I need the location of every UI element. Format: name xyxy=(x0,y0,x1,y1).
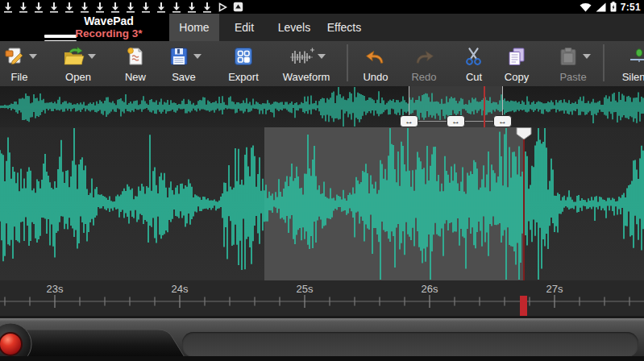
main-waveform[interactable] xyxy=(0,127,644,280)
tab-effects[interactable]: Effects xyxy=(319,14,369,41)
ruler-playhead[interactable] xyxy=(520,296,527,318)
dropdown-arrow-icon[interactable] xyxy=(318,54,326,59)
copy-button[interactable]: Copy xyxy=(488,44,546,85)
toolbar-label: Paste xyxy=(544,71,602,83)
dropdown-arrow-icon[interactable] xyxy=(583,54,591,59)
new-icon xyxy=(123,46,147,70)
dropdown-arrow-icon[interactable] xyxy=(193,54,202,59)
toolbar-label: File xyxy=(0,71,48,83)
main-waveform-plot xyxy=(0,127,644,280)
paste-icon xyxy=(556,46,580,70)
tab-home[interactable]: Home xyxy=(169,14,219,41)
download-icon xyxy=(3,2,13,13)
waveform-button[interactable]: Waveform xyxy=(277,44,335,85)
playhead-line xyxy=(523,127,525,280)
download-icon xyxy=(126,2,135,13)
time-ruler[interactable]: 23s24s25s26s27s xyxy=(0,280,644,318)
save-icon xyxy=(167,46,191,70)
cellular-icon xyxy=(596,2,606,12)
paste-button[interactable]: Paste xyxy=(544,44,602,85)
open-icon xyxy=(61,46,85,70)
battery-charging-icon xyxy=(610,2,617,12)
toolbar-label: Silence xyxy=(610,71,644,83)
ruler-label: 25s xyxy=(297,283,314,295)
save-button[interactable]: Save xyxy=(155,44,213,85)
open-button[interactable]: Open xyxy=(49,44,107,85)
status-bar: 7:51 xyxy=(0,0,644,14)
document-title: Recording 3* xyxy=(48,27,169,39)
toolbar-label: Export xyxy=(214,71,272,83)
dropdown-arrow-icon[interactable] xyxy=(29,54,37,59)
app-header: WavePad Recording 3* HomeEditLevelsEffec… xyxy=(0,14,644,41)
export-button[interactable]: Export xyxy=(214,44,272,85)
download-icon xyxy=(34,2,44,13)
toolbar-separator xyxy=(603,44,605,81)
ruler-label: 27s xyxy=(546,283,563,295)
toolbar-label: Waveform xyxy=(277,71,335,83)
bar-bottom-strip xyxy=(0,356,644,361)
toolbar-label: Copy xyxy=(488,71,546,83)
record-button[interactable] xyxy=(0,318,48,361)
download-icon xyxy=(49,2,59,13)
download-icon xyxy=(80,2,89,13)
silence-icon xyxy=(627,46,644,70)
download-icon xyxy=(110,2,120,13)
ruler-label: 23s xyxy=(47,283,64,295)
overlay-icon xyxy=(233,2,243,12)
transport-bar: 0:00:26.80 xyxy=(0,318,644,361)
wifi-icon xyxy=(580,2,592,12)
ribbon-toolbar: FileOpenNewSaveExportWaveformUndoRedoCut… xyxy=(0,41,644,86)
tab-strip: HomeEditLevelsEffects xyxy=(169,14,644,41)
toolbar-label: Save xyxy=(155,71,213,83)
overview-playhead xyxy=(484,86,485,127)
cast-icon xyxy=(218,2,227,13)
status-clock: 7:51 xyxy=(621,2,641,13)
undo-icon xyxy=(364,46,388,70)
overview-waveform-plot xyxy=(0,86,644,127)
notification-icons xyxy=(3,0,243,14)
download-icon xyxy=(64,2,74,13)
download-icon xyxy=(95,2,105,13)
overview-waveform[interactable]: ↔ ↔ ↔ xyxy=(0,86,644,127)
download-icon xyxy=(141,2,151,13)
toolbar-label: Open xyxy=(49,71,107,83)
playhead-marker[interactable] xyxy=(516,127,532,140)
tab-edit[interactable]: Edit xyxy=(219,14,269,41)
tab-levels[interactable]: Levels xyxy=(269,14,319,41)
selection-move-handle[interactable]: ↔ xyxy=(447,115,465,127)
download-icon xyxy=(202,2,212,13)
status-icons: 7:51 xyxy=(580,0,641,14)
file-icon xyxy=(2,46,27,70)
export-icon xyxy=(231,46,256,70)
ruler-label: 24s xyxy=(172,283,189,295)
copy-icon xyxy=(505,46,529,70)
wavepad-app: 7:51 WavePad Recording 3* HomeEditLevels… xyxy=(0,0,644,361)
waveform-icon xyxy=(288,46,315,70)
ruler-label: 26s xyxy=(422,283,438,295)
silence-button[interactable]: Silence xyxy=(610,44,644,85)
redo-icon xyxy=(412,46,436,70)
download-icon xyxy=(19,2,28,13)
app-title: WavePad xyxy=(48,15,169,27)
download-icon xyxy=(172,2,181,13)
selection-right-handle[interactable]: ↔ xyxy=(493,115,512,127)
cut-icon xyxy=(462,46,486,70)
time-track xyxy=(182,332,638,357)
file-button[interactable]: File xyxy=(0,44,48,85)
dropdown-arrow-icon[interactable] xyxy=(88,54,96,59)
download-icon xyxy=(156,2,166,13)
title-block: WavePad Recording 3* xyxy=(48,14,169,41)
selection-left-handle[interactable]: ↔ xyxy=(400,115,418,127)
download-icon xyxy=(187,2,197,13)
